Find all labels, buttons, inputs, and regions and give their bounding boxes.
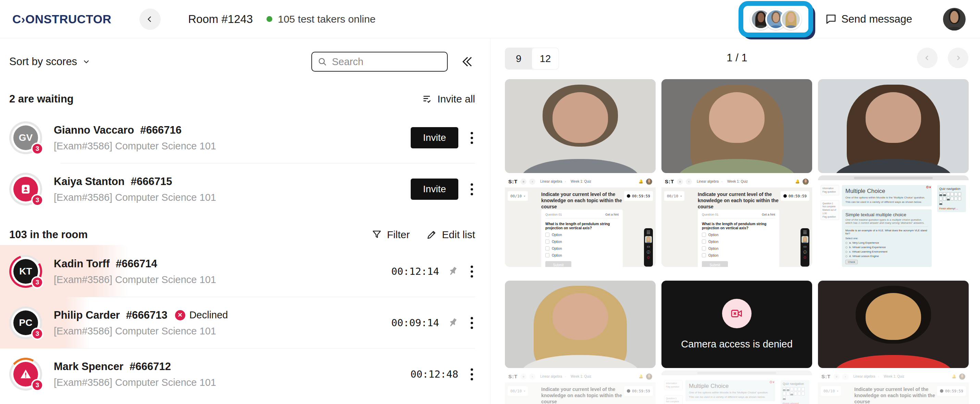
room-row[interactable]: 3 Mark Spencer #666712 [Exam#3586] Compu… [9, 348, 475, 400]
card-heading: Multiple Choice [689, 383, 772, 390]
menu-icon: ≡ [520, 178, 527, 185]
search-box[interactable] [311, 52, 448, 72]
breadcrumb: Week 1: Quiz [571, 375, 591, 378]
chevron-left-icon [923, 54, 931, 62]
kebab-menu-button[interactable] [469, 130, 475, 146]
kebab-menu-button[interactable] [469, 366, 475, 382]
exam-title: Indicate your current level of the knowl… [541, 386, 635, 404]
room-row[interactable]: PC 3 Philip Carder #666713 ✕ Declined [E… [9, 297, 475, 348]
invite-button[interactable]: Invite [411, 178, 458, 200]
chevron-down-icon: ▾ [837, 390, 838, 393]
chevron-left-icon: ‹ [529, 178, 535, 185]
camera-off-icon-circle [722, 299, 751, 328]
participant-tile[interactable]: S:T ≡ ‹ Linear algebra › Week 1: Quiz 🔔 … [818, 281, 969, 404]
send-message-button[interactable]: Send message [825, 13, 912, 25]
checkbox-icon [702, 247, 706, 250]
participant-id: #666715 [131, 175, 172, 188]
screen-share: S:T ≡ ‹ Linear algebra › Week 1: Quiz 🔔 … [505, 371, 655, 404]
option-row: Option [545, 253, 619, 257]
video-grid-panel: 9 12 1 / 1 S:T ≡ ‹ Linear algebra › Week… [494, 39, 980, 404]
avatar: 3 [9, 173, 42, 205]
breadcrumb: Linear algebra [853, 375, 875, 378]
question-number: Question 1 [822, 202, 837, 205]
gear-icon: ⚙▾ [769, 380, 775, 385]
avatar [780, 9, 802, 30]
browser-chrome [662, 371, 812, 375]
finish-attempt-link: Finish attempt ... [939, 207, 964, 210]
radio-icon [845, 255, 848, 257]
online-count: 105 test takers online [278, 13, 375, 25]
kebab-menu-button[interactable] [469, 264, 475, 280]
filter-icon [371, 229, 382, 240]
exam-page: 00/10▾ Indicate your current level of th… [662, 188, 812, 267]
search-input[interactable] [332, 56, 435, 67]
webcam-thumbnail [802, 236, 808, 243]
webcam-thumbnail [645, 236, 652, 243]
collapse-panel-button[interactable] [460, 54, 475, 69]
pin-icon[interactable] [447, 266, 458, 277]
sort-dropdown[interactable]: Sort by scores [9, 56, 91, 68]
participant-tile[interactable]: Information Flag question Question 1 Not… [818, 79, 969, 267]
pencil-icon [426, 229, 437, 240]
pin-icon[interactable] [447, 317, 458, 328]
camera-off-icon [730, 307, 743, 320]
url-bar [697, 372, 776, 374]
option-row: Option [702, 247, 775, 250]
menu-icon: ≡ [677, 178, 683, 185]
exam-app-header: S:T ≡ ‹ Linear algebra › Week 1: Quiz 🔔 [505, 371, 655, 383]
waiting-heading: 2 are waiting [9, 93, 74, 105]
chevron-right-icon [954, 54, 962, 62]
screen-share: Information Flag question Question 1 Not… [662, 371, 812, 404]
moodle-sidebar: Information Flag question Question 1 Not… [664, 380, 682, 404]
prev-page-button[interactable] [917, 48, 937, 68]
edit-list-button[interactable]: Edit list [426, 229, 475, 240]
participant-tile[interactable]: S:T ≡ ‹ Linear algebra › Week 1: Quiz 🔔 … [505, 281, 655, 404]
waiting-row[interactable]: 3 Kaiya Stanton #666715 [Exam#3586] Comp… [9, 164, 475, 215]
quiz-navigation-boxes [939, 192, 964, 205]
proctor-avatars-highlight[interactable] [738, 1, 813, 37]
invite-all-button[interactable]: Invite all [422, 93, 475, 105]
avatar [646, 178, 652, 185]
user-avatar[interactable] [943, 8, 966, 30]
bell-icon: 🔔 [951, 374, 956, 379]
double-chevron-left-icon [460, 54, 475, 69]
exam-app-header: S:T ≡ ‹ Linear algebra › Week 1: Quiz 🔔 [818, 371, 969, 383]
back-button[interactable] [139, 9, 161, 30]
proctor-toolbar: ▭ ⓘ ⏻ [800, 228, 810, 267]
checkbox-icon [545, 240, 549, 243]
question-status: Not complete [666, 400, 681, 403]
warning-icon [19, 368, 32, 380]
option-row: Option [702, 233, 775, 237]
id-badge-icon [20, 183, 32, 195]
kebab-menu-button[interactable] [469, 315, 475, 331]
participant-tile[interactable]: S:T ≡ ‹ Linear algebra › Week 1: Quiz 🔔 … [662, 79, 812, 267]
filter-button[interactable]: Filter [371, 229, 410, 240]
clock-icon [940, 389, 943, 393]
participant-tile[interactable]: S:T ≡ ‹ Linear algebra › Week 1: Quiz 🔔 … [505, 79, 655, 267]
participant-name: Kaiya Stanton [54, 175, 125, 188]
chevron-down-icon: ▾ [524, 195, 525, 198]
room-row[interactable]: KT 3 Kadin Torff #666714 [Exam#3586] Com… [9, 246, 475, 297]
kebab-menu-button[interactable] [469, 181, 475, 197]
clock-icon [783, 194, 787, 198]
exam-title: Indicate your current level of the knowl… [854, 386, 947, 404]
exam-app-logo: S:T [508, 374, 517, 379]
submit-button: Submit [702, 261, 728, 267]
radio-icon [845, 251, 848, 253]
participant-tile[interactable]: Camera access is denied Information Flag… [662, 281, 812, 404]
screen-share: S:T ≡ ‹ Linear algebra › Week 1: Quiz 🔔 … [818, 371, 969, 404]
moodle-page: Information Flag question Question 1 Not… [818, 180, 969, 267]
webcam-video [505, 79, 655, 173]
breadcrumb: Linear algebra [540, 180, 562, 183]
invite-button[interactable]: Invite [411, 127, 458, 148]
participant-id: #666713 [126, 309, 167, 321]
chevron-down-icon: ▾ [680, 195, 682, 198]
next-page-button[interactable] [948, 48, 968, 68]
question-card: Question 01 Get a hint What is the lengt… [698, 210, 779, 267]
waiting-row[interactable]: GV 3 Gianno Vaccaro #666716 [Exam#3586] … [9, 112, 475, 164]
progress-dropdown: 00/10▾ [821, 386, 841, 396]
exam-app-logo: S:T [508, 178, 517, 185]
breadcrumb: Linear algebra [540, 375, 562, 378]
participant-course: [Exam#3586] Computer Science 101 [54, 192, 216, 203]
chevron-left-icon: ‹ [842, 374, 848, 380]
